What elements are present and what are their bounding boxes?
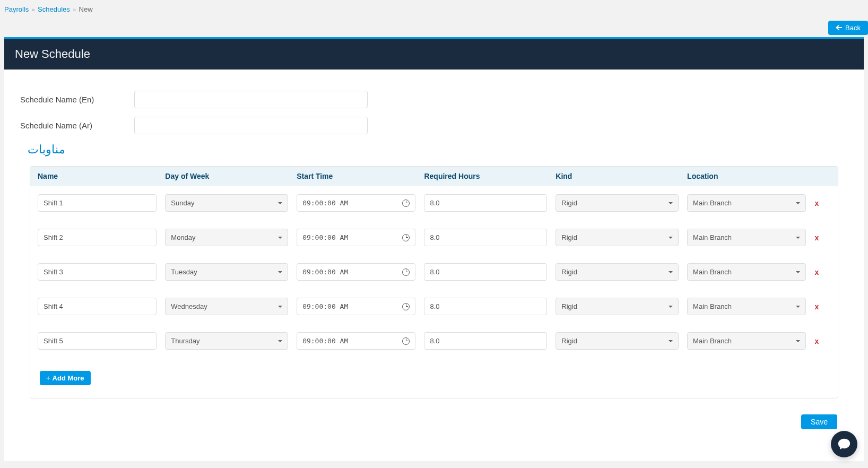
delete-row-button[interactable]: x [814, 199, 819, 207]
plus-icon: + [46, 374, 50, 382]
caret-down-icon [278, 271, 282, 273]
day-of-week-select[interactable]: Tuesday [165, 263, 288, 281]
delete-row-button[interactable]: x [814, 233, 819, 242]
location-select-value: Main Branch [693, 199, 732, 207]
day-select-value: Monday [171, 233, 195, 241]
start-time-input[interactable]: 09:00:00 AM [297, 263, 415, 281]
chevron-right-icon: » [32, 7, 35, 13]
header-location: Location [685, 172, 812, 180]
arrow-left-icon [836, 24, 842, 32]
caret-down-icon [669, 340, 673, 342]
start-time-value: 09:00:00 AM [302, 199, 348, 207]
kind-select[interactable]: Rigid [555, 263, 679, 281]
caret-down-icon [796, 306, 800, 308]
day-select-value: Sunday [171, 199, 194, 207]
table-row: Sunday 09:00:00 AM Rigid Main Branch [30, 186, 838, 220]
day-select-value: Wednesday [171, 302, 207, 310]
kind-select[interactable]: Rigid [555, 298, 679, 315]
table-row: Thursday 09:00:00 AM Rigid Main Branch [30, 324, 838, 358]
shifts-table: Name Day of Week Start Time Required Hou… [30, 166, 838, 398]
location-select[interactable]: Main Branch [687, 194, 806, 212]
delete-row-button[interactable]: x [814, 268, 819, 276]
required-hours-input[interactable] [424, 229, 547, 246]
header-hours: Required Hours [422, 172, 553, 180]
required-hours-input[interactable] [424, 332, 547, 350]
add-more-button[interactable]: + Add More [40, 371, 91, 385]
delete-row-button[interactable]: x [814, 302, 819, 311]
location-select-value: Main Branch [693, 233, 732, 241]
start-time-input[interactable]: 09:00:00 AM [297, 332, 415, 350]
schedule-name-ar-input[interactable] [134, 117, 368, 134]
kind-select[interactable]: Rigid [555, 332, 679, 350]
day-select-value: Thursday [171, 337, 199, 345]
kind-select[interactable]: Rigid [555, 229, 679, 246]
caret-down-icon [796, 202, 800, 204]
location-select[interactable]: Main Branch [687, 298, 806, 315]
clock-icon [402, 200, 410, 207]
table-row: Monday 09:00:00 AM Rigid Main Branch [30, 220, 838, 255]
delete-row-button[interactable]: x [814, 337, 819, 345]
breadcrumb-current: New [79, 5, 93, 13]
shift-name-input[interactable] [38, 298, 157, 315]
required-hours-input[interactable] [424, 194, 547, 212]
location-select[interactable]: Main Branch [687, 229, 806, 246]
start-time-input[interactable]: 09:00:00 AM [297, 229, 415, 246]
required-hours-input[interactable] [424, 263, 547, 281]
day-of-week-select[interactable]: Wednesday [165, 298, 288, 315]
day-of-week-select[interactable]: Sunday [165, 194, 288, 212]
start-time-input[interactable]: 09:00:00 AM [297, 298, 415, 315]
start-time-input[interactable]: 09:00:00 AM [297, 194, 415, 212]
kind-select-value: Rigid [561, 268, 577, 276]
clock-icon [402, 303, 410, 310]
day-of-week-select[interactable]: Thursday [165, 332, 288, 350]
back-button[interactable]: Back [828, 21, 868, 35]
header-kind: Kind [553, 172, 685, 180]
location-select[interactable]: Main Branch [687, 332, 806, 350]
page-title: New Schedule [4, 37, 864, 70]
caret-down-icon [669, 202, 673, 204]
schedule-name-en-label: Schedule Name (En) [20, 95, 134, 104]
shifts-section-title: مناوبات [28, 143, 848, 157]
header-start: Start Time [294, 172, 422, 180]
schedule-name-ar-label: Schedule Name (Ar) [20, 121, 134, 130]
kind-select[interactable]: Rigid [555, 194, 679, 212]
caret-down-icon [278, 306, 282, 308]
table-row: Wednesday 09:00:00 AM Rigid Main Branch [30, 289, 838, 324]
location-select-value: Main Branch [693, 302, 732, 310]
clock-icon [402, 268, 410, 276]
caret-down-icon [278, 340, 282, 342]
day-select-value: Tuesday [171, 268, 197, 276]
shift-name-input[interactable] [38, 194, 157, 212]
caret-down-icon [669, 306, 673, 308]
chevron-right-icon: » [73, 7, 76, 13]
kind-select-value: Rigid [561, 337, 577, 345]
location-select[interactable]: Main Branch [687, 263, 806, 281]
breadcrumb: Payrolls » Schedules » New [0, 0, 868, 19]
shift-name-input[interactable] [38, 332, 157, 350]
chat-widget-button[interactable] [831, 431, 857, 457]
location-select-value: Main Branch [693, 268, 732, 276]
chat-icon [837, 437, 851, 451]
kind-select-value: Rigid [561, 199, 577, 207]
header-day: Day of Week [163, 172, 294, 180]
kind-select-value: Rigid [561, 302, 577, 310]
caret-down-icon [796, 271, 800, 273]
breadcrumb-payrolls[interactable]: Payrolls [4, 5, 29, 13]
save-button[interactable]: Save [801, 414, 837, 429]
caret-down-icon [669, 271, 673, 273]
start-time-value: 09:00:00 AM [302, 268, 348, 276]
caret-down-icon [278, 202, 282, 204]
breadcrumb-schedules[interactable]: Schedules [38, 5, 70, 13]
caret-down-icon [278, 237, 282, 239]
shift-name-input[interactable] [38, 229, 157, 246]
required-hours-input[interactable] [424, 298, 547, 315]
back-label: Back [845, 24, 861, 32]
table-row: Tuesday 09:00:00 AM Rigid Main Branch [30, 255, 838, 289]
shift-name-input[interactable] [38, 263, 157, 281]
day-of-week-select[interactable]: Monday [165, 229, 288, 246]
start-time-value: 09:00:00 AM [302, 233, 348, 241]
table-header-row: Name Day of Week Start Time Required Hou… [30, 167, 838, 186]
header-name: Name [36, 172, 163, 180]
clock-icon [402, 337, 410, 345]
schedule-name-en-input[interactable] [134, 91, 368, 108]
